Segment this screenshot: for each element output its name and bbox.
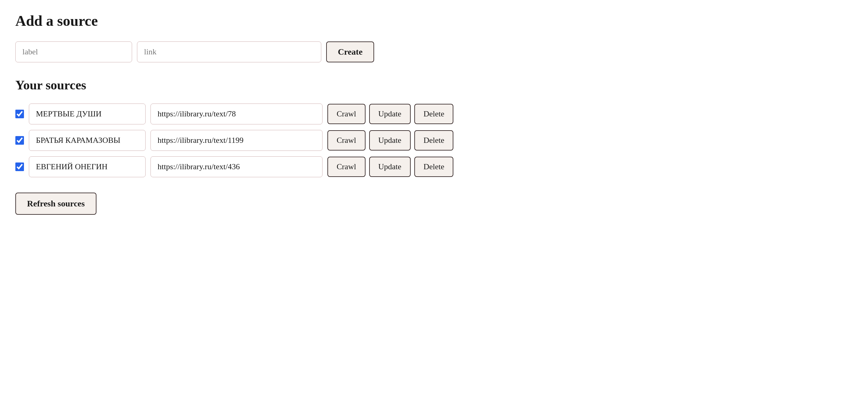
sources-section-title: Your sources — [16, 78, 852, 92]
source-row: CrawlUpdateDelete — [16, 156, 852, 177]
delete-button[interactable]: Delete — [414, 104, 454, 124]
crawl-button[interactable]: Crawl — [328, 130, 366, 151]
update-button[interactable]: Update — [369, 104, 411, 124]
source-link-field[interactable] — [151, 130, 322, 151]
add-source-form: Create — [16, 41, 852, 62]
crawl-button[interactable]: Crawl — [328, 157, 366, 177]
source-action-buttons: CrawlUpdateDelete — [328, 157, 453, 177]
source-label-field[interactable] — [29, 103, 146, 124]
refresh-sources-button[interactable]: Refresh sources — [16, 193, 96, 215]
source-link-field[interactable] — [151, 156, 322, 177]
page-title: Add a source — [16, 12, 852, 29]
sources-list: CrawlUpdateDeleteCrawlUpdateDeleteCrawlU… — [16, 103, 852, 177]
source-link-field[interactable] — [151, 103, 322, 124]
label-input[interactable] — [16, 41, 132, 62]
crawl-button[interactable]: Crawl — [328, 104, 366, 124]
source-label-field[interactable] — [29, 130, 146, 151]
source-label-field[interactable] — [29, 156, 146, 177]
source-checkbox[interactable] — [16, 136, 24, 145]
create-button[interactable]: Create — [326, 41, 374, 62]
delete-button[interactable]: Delete — [414, 157, 454, 177]
source-row: CrawlUpdateDelete — [16, 130, 852, 151]
source-checkbox[interactable] — [16, 162, 24, 171]
source-checkbox[interactable] — [16, 110, 24, 118]
delete-button[interactable]: Delete — [414, 130, 454, 151]
update-button[interactable]: Update — [369, 157, 411, 177]
source-action-buttons: CrawlUpdateDelete — [328, 130, 453, 151]
source-action-buttons: CrawlUpdateDelete — [328, 104, 453, 124]
update-button[interactable]: Update — [369, 130, 411, 151]
source-row: CrawlUpdateDelete — [16, 103, 852, 124]
link-input[interactable] — [137, 41, 321, 62]
